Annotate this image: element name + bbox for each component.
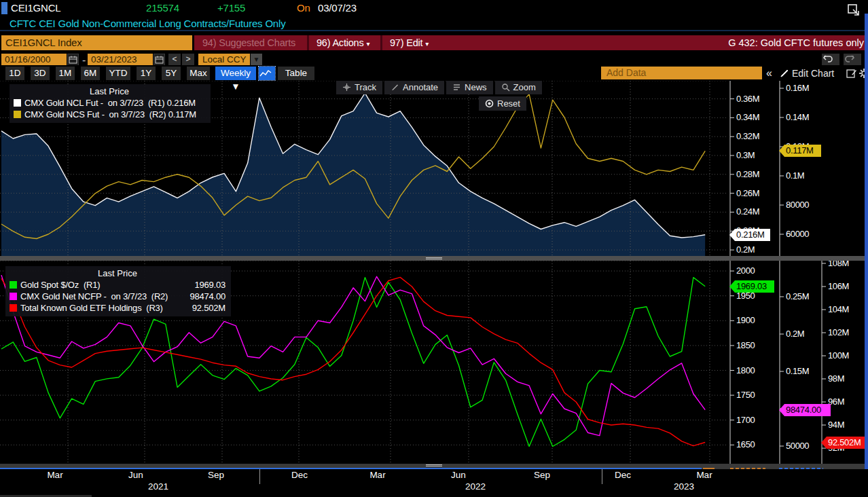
chevron-down-icon: ▾ (425, 40, 429, 48)
add-data-input[interactable]: Add Data (601, 67, 762, 79)
chart-tools: Track Annotate News Zoom (336, 80, 542, 94)
ticker-symbol: CEI1GNCL (11, 2, 60, 14)
axis-tick-label: 0.2M (786, 329, 804, 339)
axis-tick-label: 1700 (736, 415, 755, 425)
tab-ytd[interactable]: YTD (106, 67, 130, 80)
axis-tick-label: 98M (828, 373, 844, 384)
reset-icon (485, 99, 494, 108)
top-panel-legend: Last Price CMX Gold NCL Fut - on 3/7/23 … (10, 84, 211, 123)
quote-date: 03/07/23 (318, 2, 357, 14)
line-chart-icon-button[interactable] (259, 67, 275, 80)
track-button[interactable]: Track (336, 80, 382, 94)
security-description-text: CFTC CEI Gold Non-Commercial Long Contra… (10, 18, 285, 29)
edit-label: 97) Edit (390, 37, 422, 48)
x-axis-month-label: Mar (696, 470, 712, 480)
chart-title: G 432: Gold CFTC futures only (728, 35, 864, 50)
axis-tick-label: 60000 (786, 229, 809, 239)
currency-select[interactable]: Local CCY (198, 54, 250, 66)
on-label: On (297, 2, 310, 14)
axis-tick-label: 50000 (786, 441, 809, 451)
x-axis-month-label: Sep (208, 470, 224, 480)
tab-1d[interactable]: 1D (5, 67, 24, 80)
axis-tick-label: 0.28M (736, 169, 759, 179)
date-from-input[interactable]: 01/16/2000 (1, 54, 67, 66)
actions-menu-button[interactable]: 96) Actions ▾ (310, 35, 376, 50)
tab-3d[interactable]: 3D (31, 67, 50, 80)
axis-tick-label: 0.14M (786, 112, 809, 122)
security-description: CFTC CEI Gold Non-Commercial Long Contra… (0, 16, 868, 31)
legend-row-ncs: CMX Gold NCS Fut - on 3/7/23 (R2) 0.117M (14, 109, 205, 120)
calendar-icon[interactable] (67, 54, 79, 66)
frequency-select[interactable]: Weekly ▼ (215, 67, 256, 80)
security-header: CEI1GNCL 215574 +7155 On 03/07/23 (0, 0, 868, 16)
popout-icon[interactable] (846, 3, 861, 18)
axis-tick-label: 0.2M (736, 244, 755, 255)
axis-badge-0.117M: 0.117M (779, 145, 821, 157)
axis-tick-label: 0.36M (736, 94, 759, 104)
track-icon (342, 83, 351, 92)
axis-tick-label: 2000 (736, 265, 755, 276)
chart-area[interactable]: Last Price CMX Gold NCL Fut - on 3/7/23 … (0, 78, 868, 497)
axis-badge-98474.00: 98474.00 (779, 404, 831, 416)
axis-tick-label: 0.26M (736, 188, 759, 198)
bottom-panel-legend: Last Price Gold Spot $/Oz (R1)1969.03 CM… (5, 266, 231, 316)
calendar-icon[interactable] (153, 54, 165, 66)
series-swatch (14, 111, 21, 118)
x-axis-month-label: Dec (615, 470, 631, 480)
edit-menu-button[interactable]: 97) Edit ▾ (383, 35, 435, 50)
prev-period-button[interactable]: < (168, 54, 181, 66)
tab-1m[interactable]: 1M (56, 67, 75, 80)
bottom-scrollbar-thumb[interactable] (0, 468, 702, 469)
undo-button[interactable] (822, 54, 839, 65)
collapse-panel-button[interactable]: « (766, 67, 772, 80)
axis-tick-label: 0.25M (786, 291, 809, 301)
series-swatch (10, 304, 17, 312)
x-axis-month-label: Jun (451, 470, 466, 480)
security-input[interactable]: CEI1GNCL Index (1, 35, 192, 50)
axis-tick-label: 0.16M (786, 83, 809, 93)
axis-tick-label: 0.34M (736, 112, 759, 122)
news-button[interactable]: News (446, 80, 493, 94)
tab-1y[interactable]: 1Y (137, 67, 156, 80)
range-toolbar: 01/16/2000 - 03/21/2023 < > Local CCY ▼ (0, 53, 868, 67)
zoom-button[interactable]: Zoom (495, 80, 542, 94)
period-toolbar: 1D 3D 1M 6M YTD 1Y 5Y Max Weekly ▼ Table… (0, 65, 868, 81)
axis-tick-label: 0.15M (786, 366, 809, 376)
axis-tick-label: 0.3M (736, 150, 755, 160)
date-to-input[interactable]: 03/21/2023 (88, 54, 153, 66)
x-axis-year-label: 2021 (148, 481, 168, 492)
x-axis-month-label: Sep (534, 470, 550, 480)
legend-row-etf: Total Known Gold ETF Holdings (R3)92.502… (10, 302, 225, 314)
annotate-button[interactable]: Annotate (384, 80, 444, 94)
command-bar: CEI1GNCL Index 94) Suggested Charts 96) … (0, 35, 868, 50)
year-divider (602, 469, 602, 484)
magnifier-icon (501, 83, 510, 92)
bottom-scrollbar[interactable] (0, 464, 868, 469)
suggested-charts-button[interactable]: 94) Suggested Charts (196, 35, 302, 50)
chart-edit-icon[interactable] (846, 68, 857, 79)
tab-5y[interactable]: 5Y (162, 67, 181, 80)
window-edge (865, 14, 868, 469)
pencil-icon (780, 69, 789, 78)
edit-chart-button[interactable]: Edit Chart (792, 67, 834, 80)
reset-button[interactable]: Reset (479, 96, 526, 111)
legend-title: Last Price (14, 86, 205, 96)
axis-tick-label: 0.32M (736, 131, 759, 141)
panel-divider[interactable] (0, 256, 868, 261)
next-period-button[interactable]: > (182, 54, 194, 66)
axis-tick-label: 1650 (736, 439, 755, 449)
legend-row-ncl: CMX Gold NCL Fut - on 3/7/23 (R1) 0.216M (14, 97, 205, 109)
redo-button[interactable] (844, 54, 861, 65)
axis-tick-label: 106M (828, 281, 849, 291)
ticker-marker (1, 2, 7, 14)
tab-6m[interactable]: 6M (81, 67, 100, 80)
year-divider (259, 469, 260, 484)
series-swatch (10, 293, 17, 300)
currency-dropdown-icon[interactable]: ▼ (251, 54, 262, 66)
series-swatch (10, 281, 17, 289)
series-swatch (14, 99, 21, 107)
tab-max[interactable]: Max (187, 67, 210, 80)
legend-row-spot: Gold Spot $/Oz (R1)1969.03 (10, 279, 225, 291)
table-button[interactable]: Table (278, 67, 314, 80)
x-axis-year-label: 2023 (674, 481, 694, 492)
